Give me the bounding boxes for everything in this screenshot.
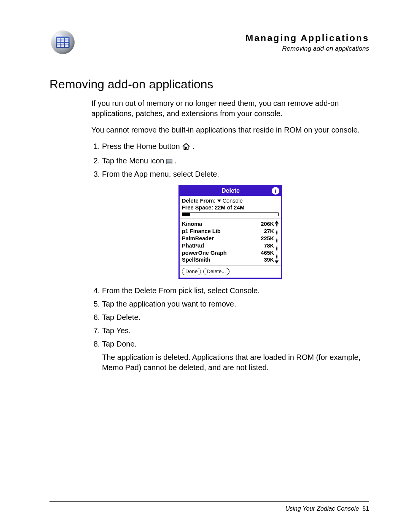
step-5: Tap the application you want to remove. [102, 299, 369, 309]
app-name: PalmReader [182, 235, 214, 242]
info-icon[interactable]: i [272, 187, 279, 195]
step-8: Tap Done. [102, 339, 369, 349]
app-list-item[interactable]: PhatPad 78K [182, 242, 274, 249]
steps-list-continued: From the Delete From pick list, select C… [91, 286, 369, 349]
chapter-subtitle: Removing add-on applications [76, 45, 369, 53]
chapter-title: Managing Applications [76, 33, 369, 43]
app-name: SpellSmith [182, 256, 210, 264]
free-space-fill [182, 213, 190, 216]
app-size: 78K [264, 242, 274, 249]
scroll-down-icon[interactable] [275, 260, 279, 264]
page-header: Managing Applications Removing add-on ap… [49, 30, 369, 56]
page: Managing Applications Removing add-on ap… [0, 0, 411, 532]
delete-dialog-titlebar: Delete i [180, 186, 281, 196]
app-list-item[interactable]: Kinoma 206K [182, 220, 274, 228]
intro-paragraph-1: If you run out of memory or no longer ne… [91, 98, 369, 119]
step-2-text-after: . [175, 157, 177, 165]
dropdown-arrow-icon[interactable] [217, 200, 221, 202]
step-4: From the Delete From pick list, select C… [102, 286, 369, 296]
app-name: PhatPad [182, 242, 204, 249]
intro-paragraph-2: You cannot remove the built-in applicati… [91, 125, 369, 135]
app-list-item[interactable]: p1 Finance Lib 27K [182, 228, 274, 235]
app-name: Kinoma [182, 220, 202, 228]
app-list[interactable]: Kinoma 206K p1 Finance Lib 27K PalmReade… [182, 220, 274, 264]
page-number: 51 [362, 505, 369, 512]
step-3: From the App menu, select Delete. [102, 169, 369, 179]
header-divider [80, 58, 369, 58]
app-list-item[interactable]: powerOne Graph 465K [182, 249, 274, 257]
footer: Using Your Zodiac Console 51 [285, 505, 369, 512]
app-size: 39K [264, 256, 274, 264]
home-icon [182, 142, 190, 153]
section-title: Removing add-on applications [49, 77, 369, 91]
step-1-text-after: . [193, 142, 195, 150]
app-list-item[interactable]: PalmReader 225K [182, 235, 274, 242]
menu-icon [166, 159, 172, 164]
step-6: Tap Delete. [102, 312, 369, 323]
done-button[interactable]: Done [182, 268, 201, 275]
footer-divider [49, 501, 369, 502]
app-size: 206K [261, 220, 274, 228]
free-space-label: Free Space: 22M of 24M [182, 204, 279, 211]
footer-book-title: Using Your Zodiac Console [285, 505, 359, 512]
delete-dialog: Delete i Delete From: Console Free Space… [178, 185, 282, 279]
delete-button[interactable]: Delete... [203, 268, 229, 275]
steps-list: Press the Home button . Tap the Menu ico… [91, 141, 369, 179]
delete-from-label: Delete From: [182, 197, 216, 204]
delete-from-value[interactable]: Console [223, 197, 243, 204]
scroll-up-icon[interactable] [275, 220, 279, 224]
app-size: 27K [264, 228, 274, 235]
step-2-text-before: Tap the Menu icon [102, 157, 166, 165]
step-2: Tap the Menu icon . [102, 156, 369, 166]
app-size: 465K [261, 249, 274, 257]
body: If you run out of memory or no longer ne… [91, 98, 369, 373]
step-1: Press the Home button . [102, 141, 369, 153]
chapter-icon [49, 30, 76, 54]
step-7: Tap Yes. [102, 326, 369, 336]
app-name: powerOne Graph [182, 249, 227, 257]
scroll-track[interactable] [276, 224, 277, 260]
app-name: p1 Finance Lib [182, 228, 221, 235]
app-size: 225K [261, 235, 274, 242]
free-space-bar [182, 212, 279, 216]
app-list-item[interactable]: SpellSmith 39K [182, 256, 274, 264]
steps-outro: The application is deleted. Applications… [102, 352, 369, 373]
delete-dialog-title: Delete [190, 187, 272, 195]
scrollbar[interactable] [275, 220, 279, 264]
step-1-text-before: Press the Home button [102, 142, 182, 150]
delete-from-row: Delete From: Console [182, 197, 279, 204]
